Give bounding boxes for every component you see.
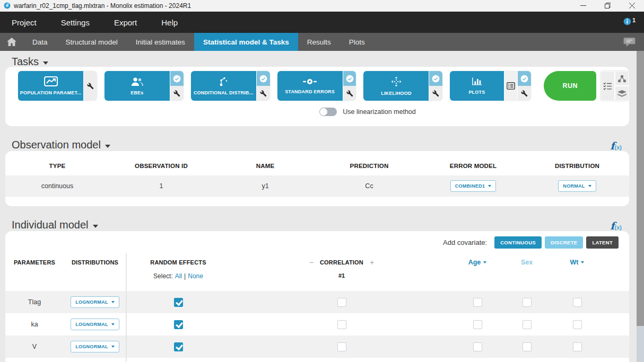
wrench-icon[interactable]: [429, 86, 442, 101]
node-dash-icon: [302, 78, 317, 87]
add-continuous-covariate-button[interactable]: CONTINUOUS: [494, 236, 542, 249]
correlation-checkbox[interactable]: [337, 320, 346, 329]
chevron-down-icon: [581, 261, 584, 263]
task-likelihood[interactable]: LIKELIHOOD: [363, 71, 442, 101]
tab-initial-estimates[interactable]: Initial estimates: [127, 33, 194, 51]
age-covariate-checkbox[interactable]: [473, 320, 482, 329]
caret-down-icon: [105, 145, 110, 148]
home-icon[interactable]: [0, 33, 23, 51]
parameter-row-tlag: Tlag LOGNORMAL: [5, 291, 629, 313]
col-header-wt[interactable]: Wt: [552, 259, 603, 266]
wt-covariate-checkbox[interactable]: [573, 342, 582, 351]
wt-covariate-checkbox[interactable]: [573, 320, 582, 329]
sex-covariate-checkbox[interactable]: [523, 320, 532, 329]
minimize-icon[interactable]: [571, 0, 595, 11]
menu-help[interactable]: Help: [161, 18, 178, 27]
tab-data[interactable]: Data: [23, 33, 57, 51]
task-standard-errors[interactable]: STANDARD ERRORS: [277, 71, 356, 101]
tab-structural-model[interactable]: Structural model: [57, 33, 127, 51]
wrench-icon[interactable]: [170, 86, 184, 101]
check-circle-icon[interactable]: [518, 71, 531, 86]
check-circle-icon[interactable]: [257, 71, 270, 86]
bar-chart-icon: [472, 77, 482, 88]
age-covariate-checkbox[interactable]: [473, 298, 482, 307]
trend-chart-icon: [44, 76, 58, 89]
check-circle-icon[interactable]: [429, 71, 442, 86]
correlation-remove-button[interactable]: −: [309, 258, 314, 267]
random-effect-checkbox[interactable]: [174, 298, 183, 307]
chevron-down-icon: [588, 185, 591, 187]
col-header-correlation: CORRELATION: [320, 259, 363, 266]
parameter-row-v: V LOGNORMAL: [5, 335, 629, 358]
maximize-icon[interactable]: [595, 0, 620, 11]
tasks-section-heading[interactable]: Tasks: [12, 56, 644, 68]
correlation-checkbox[interactable]: [337, 298, 346, 307]
list-icon[interactable]: [504, 71, 518, 101]
menubar: Project Settings Export Help 1: [0, 12, 644, 33]
chat-icon[interactable]: [623, 33, 636, 51]
menu-settings[interactable]: Settings: [61, 18, 90, 27]
wrench-icon[interactable]: [84, 71, 97, 101]
random-effect-checkbox[interactable]: [174, 342, 183, 351]
info-icon: [623, 17, 631, 28]
age-covariate-checkbox[interactable]: [473, 342, 482, 351]
observation-model-heading[interactable]: Observation model: [12, 139, 110, 151]
observation-table-row: continuous 1 y1 Cc COMBINED1 NORMAL: [5, 175, 629, 197]
sex-covariate-checkbox[interactable]: [523, 342, 532, 351]
notification-count: 1: [632, 17, 636, 23]
distribution-dropdown[interactable]: NORMAL: [558, 180, 596, 192]
distribution-dropdown[interactable]: LOGNORMAL: [71, 319, 119, 330]
select-separator: |: [184, 272, 186, 280]
wt-covariate-checkbox[interactable]: [573, 298, 582, 307]
add-latent-covariate-button[interactable]: LATENT: [586, 236, 619, 249]
monolix-window: warfarin_r02_1cmp_tlag.mlxtran - Monolix…: [0, 0, 644, 362]
add-discrete-covariate-button[interactable]: DISCRETE: [545, 236, 583, 249]
parameter-row-ka: ka LOGNORMAL: [5, 313, 629, 335]
fx-icon[interactable]: f(x): [610, 221, 622, 231]
col-header-distribution: DISTRIBUTION: [525, 163, 629, 169]
random-effect-checkbox[interactable]: [174, 320, 183, 329]
distribution-dropdown[interactable]: LOGNORMAL: [71, 296, 119, 308]
individual-model-heading[interactable]: Individual model: [12, 219, 98, 231]
menu-project[interactable]: Project: [12, 18, 37, 27]
linearization-toggle[interactable]: [319, 108, 337, 116]
wrench-icon[interactable]: [257, 86, 270, 101]
menu-export[interactable]: Export: [114, 18, 137, 27]
page-content: Tasks POPULATION PARAMET...: [0, 51, 644, 362]
scrollbar-thumb[interactable]: [637, 51, 644, 326]
wrench-icon[interactable]: [518, 86, 531, 101]
crosshair-icon: [391, 76, 402, 89]
col-header-sex[interactable]: Sex: [502, 259, 552, 266]
sex-covariate-checkbox[interactable]: [523, 298, 532, 307]
correlation-add-button[interactable]: +: [370, 258, 374, 267]
tab-results[interactable]: Results: [298, 33, 340, 51]
col-header-age[interactable]: Age: [453, 259, 502, 266]
close-icon[interactable]: [620, 0, 644, 11]
task-ebes[interactable]: EBEs: [105, 71, 184, 101]
task-conditional-distribution[interactable]: CONDITIONAL DISTRIB...: [191, 71, 270, 101]
tab-plots[interactable]: Plots: [340, 33, 374, 51]
notifications[interactable]: 1: [623, 12, 636, 33]
tab-statistical-model-tasks[interactable]: Statistical model & Tasks: [194, 33, 298, 51]
tasks-panel: POPULATION PARAMET... EBEs: [5, 67, 629, 126]
fx-icon[interactable]: f(x): [610, 141, 622, 151]
vertical-scrollbar[interactable]: [637, 51, 644, 362]
check-circle-icon[interactable]: [343, 71, 356, 86]
workflow-icon[interactable]: [615, 71, 629, 86]
select-none-link[interactable]: None: [188, 272, 203, 280]
select-all-link[interactable]: All: [175, 272, 182, 280]
check-circle-icon[interactable]: [170, 71, 184, 86]
distribution-dropdown[interactable]: LOGNORMAL: [71, 341, 119, 352]
column-divider: [126, 253, 127, 362]
task-population-parameters[interactable]: POPULATION PARAMET...: [18, 71, 97, 101]
correlation-checkbox[interactable]: [337, 342, 346, 351]
task-plots[interactable]: PLOTS: [450, 71, 531, 101]
checklist-icon[interactable]: [601, 71, 615, 101]
obs-name: y1: [213, 182, 317, 190]
monolix-logo-icon: [4, 2, 11, 9]
people-icon: [130, 77, 143, 89]
layers-icon[interactable]: [615, 86, 629, 101]
error-model-dropdown[interactable]: COMBINED1: [450, 180, 497, 192]
wrench-icon[interactable]: [343, 86, 356, 101]
run-button[interactable]: RUN: [544, 71, 596, 101]
